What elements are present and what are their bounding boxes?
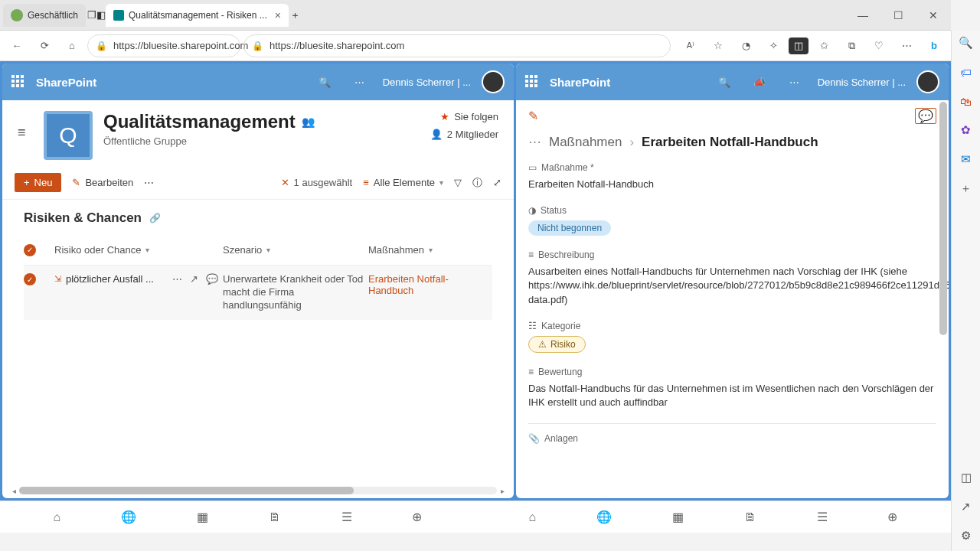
hamburger-icon[interactable]: ≡ (18, 125, 26, 141)
file-nav-icon[interactable]: 🗎 (744, 510, 756, 524)
field-value[interactable]: Ausarbeiten eines Notfall-Handbuchs für … (528, 265, 936, 307)
minimize-button[interactable]: ― (845, 0, 880, 31)
expand-icon[interactable]: ⤢ (493, 177, 501, 188)
row-checkbox[interactable]: ✓ (24, 273, 36, 285)
vertical-tabs-icon[interactable]: ◧ (96, 9, 106, 21)
read-aloud-icon[interactable]: A⁾ (678, 34, 703, 58)
list-icon: ≡ (363, 177, 369, 188)
news-nav-icon[interactable]: ▦ (672, 510, 684, 524)
column-scenario[interactable]: Szenario▾ (223, 244, 368, 256)
more-icon[interactable]: ⋯ (348, 77, 372, 88)
browser-essentials-icon[interactable]: ♡ (867, 34, 891, 58)
teams-icon[interactable]: 👥 (302, 116, 315, 128)
workspaces-icon[interactable]: ❐ (87, 9, 96, 21)
file-nav-icon[interactable]: 🗎 (269, 510, 281, 524)
user-name[interactable]: Dennis Scherrer | ... (818, 77, 906, 88)
outlook-sidebar-icon[interactable]: ✉ (959, 152, 974, 167)
list-link-icon[interactable]: 🔗 (149, 213, 161, 223)
row-more-icon[interactable]: ⋯ (172, 273, 182, 285)
table-row[interactable]: ✓ ⇲ plötzlicher Ausfall ... ⋯ ↗ 💬 Unerwa… (24, 266, 492, 320)
add-nav-icon[interactable]: ⊕ (412, 510, 422, 524)
url-field-left[interactable]: 🔒 https://bluesite.sharepoint.com (87, 34, 240, 57)
view-selector[interactable]: ≡Alle Elemente▾ (363, 177, 443, 188)
comments-button[interactable]: 💬 (915, 108, 936, 124)
edit-item-button[interactable]: ✎ (528, 109, 538, 123)
globe-nav-icon[interactable]: 🌐 (596, 510, 612, 524)
more-icon[interactable]: ⋯ (782, 77, 807, 88)
vertical-scrollbar[interactable] (939, 102, 947, 491)
tag-sidebar-icon[interactable]: 🏷 (959, 64, 974, 80)
selection-count[interactable]: ✕1 ausgewählt (281, 177, 353, 188)
shopping-sidebar-icon[interactable]: 🛍 (959, 93, 974, 109)
follow-text[interactable]: Sie folgen (454, 111, 498, 122)
tools-sidebar-icon[interactable]: ✿ (959, 122, 974, 138)
profile-tab[interactable]: Geschäftlich (3, 4, 86, 27)
list-nav-icon[interactable]: ☰ (817, 510, 828, 524)
app-launcher-icon[interactable] (525, 75, 539, 89)
app-launcher-icon[interactable] (11, 75, 25, 89)
left-pane: SharePoint 🔍 ⋯ Dennis Scherrer | ... ≡ Q… (2, 64, 514, 498)
breadcrumb-parent[interactable]: Maßnahmen (549, 135, 622, 150)
new-tab-button[interactable]: ＋ (290, 8, 300, 22)
panel-sidebar-icon[interactable]: ◫ (959, 470, 974, 485)
settings-menu-icon[interactable]: ⋯ (894, 34, 919, 58)
close-tab-icon[interactable]: × (275, 9, 281, 21)
extensions-icon[interactable]: ✧ (761, 34, 786, 58)
globe-nav-icon[interactable]: 🌐 (121, 510, 136, 524)
add-sidebar-icon[interactable]: ＋ (959, 181, 974, 196)
home-nav-icon[interactable]: ⌂ (53, 510, 60, 524)
bing-icon[interactable]: b (922, 34, 946, 58)
select-all-checkbox[interactable]: ✓ (24, 244, 36, 256)
close-window-button[interactable]: ✕ (916, 0, 951, 31)
star-icon[interactable]: ★ (440, 111, 449, 122)
browser-tab-active[interactable]: Qualitätsmanagement - Risiken ... × (106, 4, 289, 27)
right-pane: SharePoint 🔍 📣 ⋯ Dennis Scherrer | ... ✎… (516, 64, 949, 498)
back-button[interactable]: ← (5, 34, 29, 58)
list-nav-icon[interactable]: ☰ (341, 510, 352, 524)
open-sidebar-icon[interactable]: ↗ (959, 499, 974, 514)
megaphone-icon[interactable]: 📣 (747, 77, 772, 88)
split-screen-icon[interactable]: ◫ (789, 37, 808, 54)
search-icon[interactable]: 🔍 (712, 77, 737, 88)
scroll-right-icon[interactable]: ▸ (497, 487, 508, 495)
field-label: Maßnahme * (541, 162, 594, 173)
user-avatar[interactable] (482, 70, 505, 93)
user-name[interactable]: Dennis Scherrer | ... (383, 77, 471, 88)
user-avatar[interactable] (916, 70, 939, 93)
column-measure[interactable]: Maßnahmen▾ (368, 244, 483, 256)
category-pill[interactable]: ⚠Risiko (528, 336, 586, 353)
maximize-button[interactable]: ☐ (880, 0, 916, 31)
url-field-right[interactable]: 🔒 https://bluesite.sharepoint.com (243, 34, 671, 57)
collections-icon[interactable]: ⧉ (839, 34, 864, 58)
sharepoint-brand[interactable]: SharePoint (550, 76, 610, 89)
favorites-bar-icon[interactable]: ✩ (812, 34, 836, 58)
settings-sidebar-icon[interactable]: ⚙ (959, 528, 974, 543)
info-icon[interactable]: ⓘ (472, 176, 482, 190)
horizontal-scrollbar[interactable]: ◂ ▸ (8, 486, 508, 495)
scroll-left-icon[interactable]: ◂ (8, 487, 19, 495)
home-nav-icon[interactable]: ⌂ (528, 510, 536, 524)
share-icon[interactable]: ↗ (190, 273, 198, 285)
add-nav-icon[interactable]: ⊕ (887, 510, 897, 524)
home-button[interactable]: ⌂ (60, 34, 84, 58)
search-sidebar-icon[interactable]: 🔍 (959, 35, 974, 51)
field-value[interactable]: Das Notfall-Handbuchs für das Unternehme… (528, 382, 936, 409)
news-nav-icon[interactable]: ▦ (197, 510, 208, 524)
refresh-button[interactable]: ⟳ (32, 34, 57, 58)
sharepoint-brand[interactable]: SharePoint (36, 76, 96, 89)
filter-icon[interactable]: ▽ (454, 177, 462, 188)
new-button[interactable]: +Neu (15, 173, 61, 192)
status-pill[interactable]: Nicht begonnen (528, 220, 611, 236)
more-actions-icon[interactable]: ⋯ (144, 177, 154, 188)
clear-selection-icon[interactable]: ✕ (281, 177, 289, 188)
field-value[interactable]: Erarbeiten Notfall-Handbuch (528, 178, 936, 191)
edit-button[interactable]: ✎Bearbeiten (72, 177, 133, 188)
favorite-icon[interactable]: ☆ (706, 34, 730, 58)
comment-icon[interactable]: 💬 (206, 273, 218, 285)
measure-link[interactable]: Erarbeiten Notfall-Handbuch (368, 273, 483, 296)
copilot-small-icon[interactable]: ◔ (733, 34, 758, 58)
members-text[interactable]: 2 Mitglieder (447, 129, 498, 140)
search-icon[interactable]: 🔍 (312, 77, 337, 88)
breadcrumb-more-icon[interactable]: ⋯ (528, 134, 541, 150)
column-risk[interactable]: Risiko oder Chance▾ (54, 244, 223, 256)
